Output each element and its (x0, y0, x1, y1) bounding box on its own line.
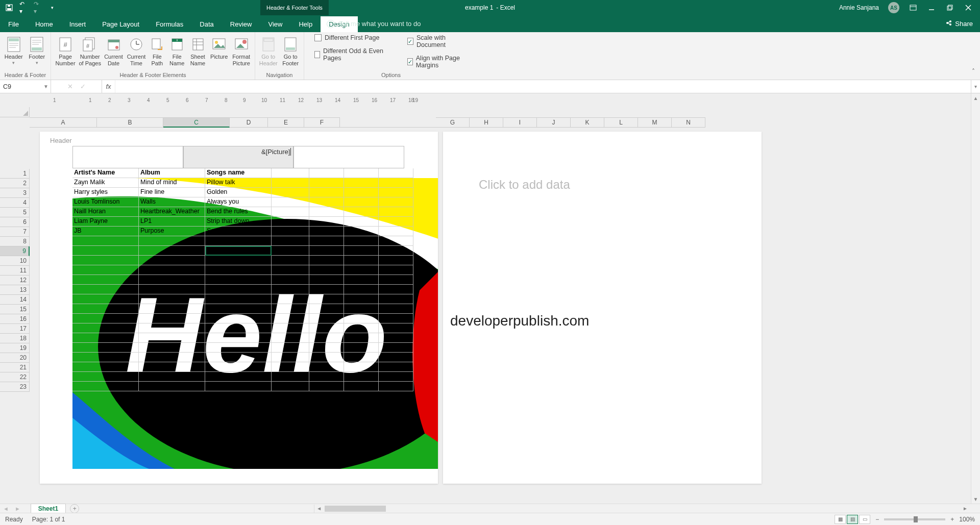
current-time-button[interactable]: Current Time (126, 34, 146, 66)
row-header[interactable]: 19 (0, 343, 30, 353)
table-cell[interactable] (139, 333, 205, 343)
table-cell[interactable] (379, 256, 413, 265)
row-header[interactable]: 23 (0, 382, 30, 392)
table-cell[interactable] (205, 333, 272, 343)
table-cell[interactable] (309, 314, 344, 323)
footer-button[interactable]: Footer ▾ (27, 34, 48, 65)
table-header-cell[interactable] (272, 168, 309, 178)
row-header[interactable]: 15 (0, 305, 30, 314)
table-cell[interactable] (379, 217, 413, 227)
redo-icon[interactable]: ↷ ▾ (34, 4, 42, 12)
table-header-cell[interactable] (309, 168, 344, 178)
table-cell[interactable] (379, 285, 413, 294)
table-cell[interactable] (72, 314, 139, 323)
table-cell[interactable]: Strip that down (205, 217, 272, 227)
table-cell[interactable] (205, 323, 272, 333)
scroll-left-icon[interactable]: ◄ (314, 505, 324, 513)
table-cell[interactable] (309, 294, 344, 304)
row-header[interactable]: 9 (0, 246, 30, 256)
table-cell[interactable] (139, 323, 205, 333)
table-cell[interactable] (205, 236, 272, 246)
table-cell[interactable] (379, 246, 413, 256)
table-cell[interactable] (309, 236, 344, 246)
column-header[interactable]: B (97, 117, 163, 128)
table-cell[interactable] (309, 285, 344, 294)
zoom-out-icon[interactable]: − (875, 516, 879, 523)
tab-nav-next-icon[interactable]: ► (12, 506, 23, 512)
table-cell[interactable] (272, 236, 309, 246)
table-cell[interactable] (379, 236, 413, 246)
table-cell[interactable] (72, 294, 139, 304)
table-cell[interactable] (309, 207, 344, 217)
table-cell[interactable] (344, 256, 379, 265)
number-of-pages-button[interactable]: # Number of Pages (79, 34, 101, 66)
table-cell[interactable] (139, 353, 205, 362)
table-cell[interactable] (344, 382, 379, 391)
close-icon[interactable] (964, 3, 973, 12)
table-cell[interactable] (344, 343, 379, 353)
ribbon-display-options-icon[interactable] (909, 3, 918, 12)
table-cell[interactable] (72, 372, 139, 382)
table-cell[interactable] (272, 333, 309, 343)
table-cell[interactable] (272, 362, 309, 372)
table-cell[interactable] (272, 304, 309, 314)
row-header[interactable]: 3 (0, 188, 30, 198)
table-cell[interactable] (139, 314, 205, 323)
table-cell[interactable] (72, 246, 139, 256)
table-cell[interactable] (344, 227, 379, 236)
tab-view[interactable]: View (260, 16, 290, 32)
sheet-tab-active[interactable]: Sheet1 (31, 504, 66, 513)
table-cell[interactable]: Harry styles (72, 188, 139, 197)
table-header-cell[interactable] (344, 168, 379, 178)
table-cell[interactable] (72, 265, 139, 275)
table-cell[interactable] (309, 353, 344, 362)
table-cell[interactable]: Fine line (139, 188, 205, 197)
row-header[interactable]: 1 (0, 169, 30, 179)
table-cell[interactable] (205, 314, 272, 323)
table-cell[interactable] (379, 304, 413, 314)
table-cell[interactable] (139, 294, 205, 304)
header-center-box[interactable]: &[Picture] (183, 146, 294, 168)
table-cell[interactable] (309, 343, 344, 353)
table-cell[interactable] (272, 246, 309, 256)
table-cell[interactable] (379, 362, 413, 372)
table-cell[interactable] (72, 323, 139, 333)
undo-icon[interactable]: ↶ ▾ (19, 4, 28, 12)
table-cell[interactable] (139, 275, 205, 285)
row-header[interactable]: 12 (0, 276, 30, 285)
table-cell[interactable] (309, 304, 344, 314)
file-path-button[interactable]: File Path (149, 34, 165, 66)
table-cell[interactable] (379, 265, 413, 275)
table-cell[interactable]: Liam Payne (72, 217, 139, 227)
table-cell[interactable] (344, 217, 379, 227)
table-cell[interactable]: Mind of mind (139, 178, 205, 188)
column-header[interactable]: F (304, 117, 340, 128)
table-cell[interactable] (272, 227, 309, 236)
table-cell[interactable] (205, 372, 272, 382)
table-cell[interactable] (309, 246, 344, 256)
column-header[interactable]: J (537, 117, 571, 128)
table-cell[interactable]: Louis Tomlinson (72, 197, 139, 207)
table-cell[interactable] (72, 353, 139, 362)
select-all-triangle[interactable] (0, 107, 30, 117)
sheet-name-button[interactable]: Sheet Name (188, 34, 207, 66)
table-cell[interactable] (379, 275, 413, 285)
table-cell[interactable] (139, 304, 205, 314)
table-cell[interactable] (205, 343, 272, 353)
different-first-page-checkbox[interactable]: Different First Page (314, 34, 384, 41)
table-cell[interactable] (205, 275, 272, 285)
table-cell[interactable] (344, 197, 379, 207)
tab-review[interactable]: Review (222, 16, 260, 32)
table-cell[interactable] (344, 362, 379, 372)
table-cell[interactable] (309, 256, 344, 265)
table-cell[interactable] (309, 217, 344, 227)
table-cell[interactable] (205, 265, 272, 275)
row-header[interactable]: 14 (0, 295, 30, 305)
column-header[interactable]: L (604, 117, 638, 128)
different-odd-even-checkbox[interactable]: Different Odd & Even Pages (314, 47, 384, 62)
table-cell[interactable]: Pillow talk (205, 178, 272, 188)
table-cell[interactable] (139, 246, 205, 256)
table-cell[interactable] (379, 227, 413, 236)
goto-footer-button[interactable]: Go to Footer (281, 34, 301, 66)
table-cell[interactable]: Zayn Malik (72, 178, 139, 188)
